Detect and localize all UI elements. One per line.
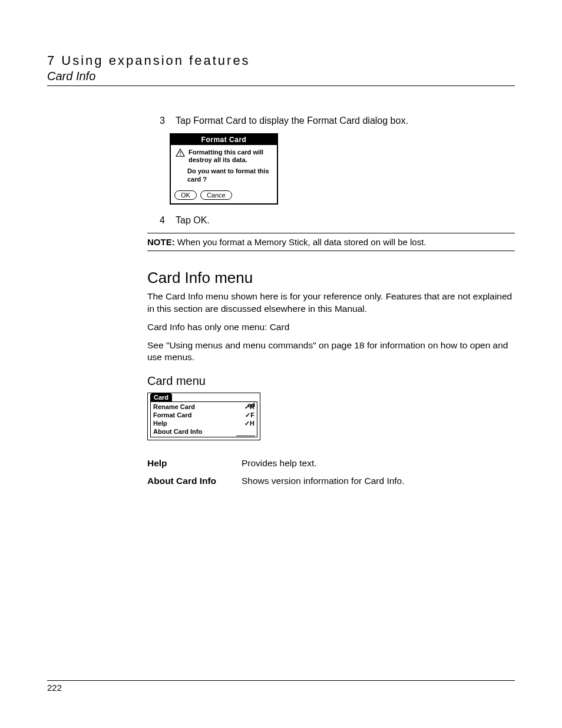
svg-point-1	[180, 154, 181, 156]
warning-icon	[176, 149, 185, 157]
definition-row: About Card Info Shows version informatio…	[147, 476, 515, 486]
section-title: Card Info	[47, 70, 515, 83]
menu-item-shortcut: ✓F	[245, 411, 254, 420]
dialog-warning-text: Formatting this card will destroy all it…	[189, 149, 272, 164]
heading-card-info-menu: Card Info menu	[147, 269, 515, 287]
definition-row: Help Provides help text.	[147, 458, 515, 469]
cancel-button[interactable]: Cance	[200, 190, 232, 200]
dialog-title: Format Card	[171, 134, 277, 145]
menu-suffix-text: ed	[247, 401, 255, 409]
menu-item-label: Help	[153, 420, 167, 428]
menu-item-label: About Card Info	[153, 428, 202, 436]
definition-term: Help	[147, 458, 242, 469]
page-header: 7 Using expansion features Card Info	[47, 53, 515, 86]
dialog-question: Do you want to format this card ?	[187, 167, 272, 183]
step-text: Tap Format Card to display the Format Ca…	[176, 116, 515, 126]
chapter-title: 7 Using expansion features	[47, 53, 515, 68]
paragraph: See "Using menus and menu commands" on p…	[147, 340, 515, 364]
definition-desc: Shows version information for Card Info.	[242, 476, 405, 486]
paragraph: Card Info has only one menu: Card	[147, 321, 515, 334]
menu-item-rename-card[interactable]: Rename Card ✓R	[153, 403, 254, 411]
page-number: 222	[47, 683, 62, 693]
ok-button[interactable]: OK	[174, 190, 197, 200]
step-number: 3	[147, 116, 176, 126]
menu-tab-card[interactable]: Card	[150, 393, 172, 401]
menu-item-label: Format Card	[153, 411, 191, 420]
heading-card-menu: Card menu	[147, 374, 515, 388]
menu-item-label: Rename Card	[153, 403, 195, 411]
menu-item-help[interactable]: Help ✓H	[153, 420, 254, 428]
definition-desc: Provides help text.	[242, 458, 317, 469]
definitions-table: Help Provides help text. About Card Info…	[147, 458, 515, 486]
card-menu-screenshot: Card Rename Card ✓R Format Card ✓F Help …	[147, 393, 260, 440]
page-footer: 222	[47, 680, 515, 693]
note-block: NOTE: When you format a Memory Stick, al…	[147, 233, 515, 251]
step-4: 4 Tap OK.	[147, 215, 515, 226]
format-card-dialog: Format Card Formatting this card will de…	[170, 133, 278, 205]
menu-item-shortcut: ✓H	[244, 420, 254, 428]
menu-item-about-card-info[interactable]: About Card Info	[153, 428, 254, 436]
menu-dropdown: Rename Card ✓R Format Card ✓F Help ✓H Ab…	[150, 401, 257, 437]
menu-underline	[236, 436, 255, 436]
step-text: Tap OK.	[176, 215, 515, 226]
note-text: When you format a Memory Stick, all data…	[177, 237, 427, 247]
menu-item-format-card[interactable]: Format Card ✓F	[153, 411, 254, 420]
step-3: 3 Tap Format Card to display the Format …	[147, 116, 515, 126]
definition-term: About Card Info	[147, 476, 242, 486]
paragraph: The Card Info menu shown here is for you…	[147, 291, 515, 315]
note-label: NOTE:	[147, 237, 175, 247]
step-number: 4	[147, 215, 176, 226]
